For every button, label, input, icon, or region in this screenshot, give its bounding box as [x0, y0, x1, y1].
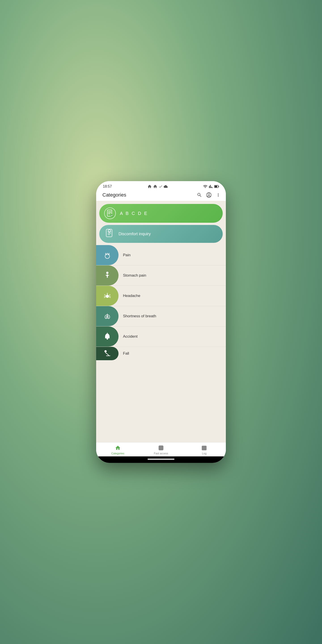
more-options-button[interactable] — [215, 192, 222, 198]
profile-button[interactable] — [206, 192, 212, 198]
fall-label: Fall — [123, 351, 129, 356]
wifi-icon — [203, 184, 208, 189]
nav-log-label: Log — [202, 452, 206, 455]
notch-icon-3 — [158, 184, 162, 188]
battery-icon — [214, 185, 219, 188]
log-icon — [201, 445, 207, 451]
svg-point-21 — [104, 350, 107, 352]
notch-icons — [147, 184, 168, 189]
category-item-accident[interactable]: Accident — [96, 326, 226, 347]
svg-point-13 — [105, 254, 110, 258]
status-bar: 18:57 — [96, 181, 226, 190]
headache-thumb — [96, 286, 118, 306]
abcde-label: A B C D E — [120, 211, 148, 216]
phone-shell: 18:57 Categories — [96, 181, 226, 463]
nav-categories-label: Categories — [111, 452, 124, 455]
notch-icon-2 — [153, 184, 158, 189]
discomfort-icon — [104, 228, 114, 240]
nav-categories[interactable]: Categories — [96, 445, 139, 455]
page-title: Categories — [102, 192, 126, 198]
accident-thumb — [96, 326, 118, 346]
accident-label: Accident — [123, 334, 138, 339]
signal-icon — [209, 184, 213, 188]
status-time: 18:57 — [103, 184, 112, 188]
category-item-headache[interactable]: Headache — [96, 286, 226, 306]
category-item-pain[interactable]: Pain — [96, 245, 226, 266]
category-list: Pain Stomach pain — [96, 245, 226, 442]
nav-log[interactable]: Log — [183, 445, 226, 455]
shortness-breath-label: Shortness of breath — [123, 314, 156, 318]
stomach-pain-label: Stomach pain — [123, 273, 146, 278]
headache-label: Headache — [123, 294, 140, 298]
nav-fast-access[interactable]: Fast access — [139, 445, 182, 455]
svg-point-14 — [106, 272, 108, 274]
search-button[interactable] — [196, 192, 202, 198]
abcde-banner[interactable]: A B C D E — [99, 204, 223, 223]
stomach-pain-thumb — [96, 266, 118, 286]
fall-thumb — [96, 347, 118, 360]
app-bar: Categories — [96, 190, 226, 201]
fast-access-icon — [158, 445, 164, 451]
notch-icon-4 — [164, 184, 168, 188]
discomfort-label: Discomfort inquiry — [118, 232, 151, 236]
content-area: A B C D E Discomfort inquiry — [96, 201, 226, 442]
category-item-fall[interactable]: Fall — [96, 347, 226, 360]
pain-thumb — [96, 245, 118, 265]
bottom-nav: Categories Fast access Log — [96, 442, 226, 456]
discomfort-banner[interactable]: Discomfort inquiry — [99, 225, 223, 243]
app-bar-actions — [196, 192, 222, 198]
svg-rect-1 — [218, 186, 219, 187]
category-item-shortness-of-breath[interactable]: Shortness of breath — [96, 306, 226, 326]
pain-label: Pain — [123, 253, 130, 258]
home-icon — [115, 445, 121, 451]
status-icons — [203, 184, 219, 189]
svg-point-19 — [107, 338, 108, 340]
svg-point-17 — [106, 295, 109, 298]
nav-fast-access-label: Fast access — [154, 452, 168, 455]
home-bar — [148, 459, 174, 460]
home-indicator — [96, 456, 226, 463]
category-item-stomach-pain[interactable]: Stomach pain — [96, 266, 226, 286]
abcde-icon — [104, 208, 116, 219]
shortness-breath-thumb — [96, 306, 118, 326]
svg-rect-2 — [214, 186, 217, 188]
notch-icon-1 — [147, 184, 152, 189]
